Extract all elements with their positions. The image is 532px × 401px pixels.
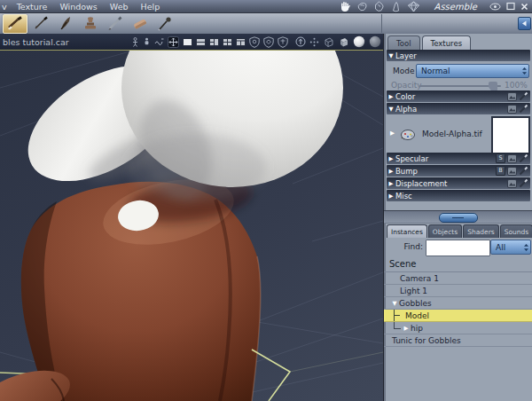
tree-item-label: Camera 1 [400, 274, 439, 283]
shaded-sphere-icon[interactable] [353, 35, 365, 48]
window-icon[interactable] [506, 2, 515, 11]
alpha-thumbnail[interactable] [491, 116, 530, 154]
viewport-mini-icon-1[interactable] [131, 37, 139, 47]
filter-dropdown[interactable]: All [490, 240, 531, 255]
layout-split-3-icon[interactable] [209, 38, 219, 46]
collapse-triangle-icon: ▶ [387, 193, 395, 200]
paint-layer-icon[interactable] [519, 91, 528, 101]
displacement-section-header[interactable]: ▶ Displacement [387, 177, 530, 189]
splitter-handle[interactable] [439, 213, 478, 223]
layer-section-label: Layer [395, 51, 417, 60]
hand-mode-icon-3[interactable] [373, 1, 385, 12]
layout-split-custom-icon[interactable] [236, 38, 246, 46]
viewport-tab-bar[interactable]: bles tutorial.car [0, 34, 383, 51]
points-icon[interactable] [309, 37, 319, 47]
collapse-triangle-icon: ▼ [387, 52, 395, 59]
panel-splitter[interactable] [384, 210, 532, 224]
tree-item-label: Tunic for Gobbles [392, 336, 461, 345]
image-map-icon[interactable] [507, 179, 517, 188]
maximize-viewport-icon[interactable] [168, 36, 179, 48]
collapse-panel-button[interactable] [518, 17, 531, 30]
blend-mode-value: Normal [417, 67, 520, 75]
tab-shaders[interactable]: Shaders [463, 224, 498, 238]
solid-cube-icon[interactable] [338, 36, 349, 47]
3d-viewport[interactable]: bles tutorial.car [0, 34, 383, 401]
tab-textures[interactable]: Textures [422, 35, 472, 50]
menu-bar: v Texture Windows Web Help Assemble [0, 0, 532, 13]
layout-single-icon[interactable] [183, 38, 192, 46]
flat-sphere-icon[interactable] [369, 35, 381, 48]
misc-section-header[interactable]: ▶ Misc [387, 190, 530, 201]
alpha-section-label: Alpha [395, 105, 417, 114]
tree-item-model[interactable]: Model [384, 310, 532, 322]
specular-section-header[interactable]: ▶ Specular S [387, 153, 530, 164]
viewport-tab-title[interactable]: bles tutorial.car [0, 37, 69, 47]
image-map-icon[interactable] [507, 154, 517, 163]
hand-mode-icon-2[interactable] [356, 1, 368, 12]
tab-objects[interactable]: Objects [428, 224, 462, 238]
eye-icon[interactable] [489, 3, 501, 11]
tree-item-hip[interactable]: ▶ hip [384, 322, 532, 334]
find-label: Find: [384, 242, 423, 251]
clone-stamp-tool-button[interactable] [79, 15, 102, 33]
menu-item-partial[interactable]: v [0, 2, 11, 12]
dropdown-arrows-icon [520, 67, 528, 75]
image-map-icon[interactable] [507, 167, 517, 176]
tree-item-tunic[interactable]: Tunic for Gobbles [384, 334, 532, 347]
tab-tool[interactable]: Tool [387, 35, 420, 50]
palette-icon [399, 124, 417, 142]
filter-value: All [491, 243, 522, 252]
image-map-icon[interactable] [507, 92, 517, 101]
paint-layer-icon[interactable] [519, 166, 528, 176]
viewport-mini-icon-3[interactable] [154, 37, 164, 46]
paint-layer-icon[interactable] [519, 104, 528, 114]
tree-connector [394, 322, 401, 329]
shield-icon-3[interactable] [278, 36, 288, 48]
layout-split-2-icon[interactable] [196, 38, 206, 46]
tree-item-label: Light 1 [400, 287, 427, 295]
3d-scene[interactable] [0, 51, 383, 401]
shield-icon-1[interactable] [249, 36, 260, 48]
paint-layer-icon[interactable] [519, 178, 528, 188]
layout-quad-icon[interactable] [223, 38, 232, 46]
paint-mode-hand-icon[interactable] [340, 1, 351, 12]
viewport-mini-icon-2[interactable] [143, 37, 151, 47]
tree-item-label: Gobbles [399, 299, 432, 308]
expand-triangle-icon[interactable]: ▶ [390, 130, 395, 137]
alpha-texture-name[interactable]: Model-Alpha.tif [422, 130, 482, 138]
layer-section-header[interactable]: ▼ Layer [387, 50, 530, 61]
upvector-icon[interactable] [295, 36, 306, 47]
hand-mode-icon-4[interactable] [390, 1, 402, 12]
pencil-tool-button[interactable] [104, 15, 127, 33]
airbrush-tool-button[interactable] [29, 15, 52, 33]
menu-item-windows[interactable]: Windows [53, 2, 103, 12]
find-input[interactable] [426, 240, 490, 256]
ink-pen-tool-button[interactable] [54, 15, 77, 33]
bump-section-header[interactable]: ▶ Bump B [387, 165, 530, 177]
shield-icon-2[interactable] [263, 36, 274, 48]
color-section-header[interactable]: ▶ Color [387, 90, 530, 102]
wireframe-cube-icon[interactable] [323, 36, 334, 47]
tree-item-camera[interactable]: Camera 1 [384, 272, 532, 285]
opacity-slider[interactable] [419, 80, 501, 90]
tab-instances[interactable]: Instances [387, 224, 427, 238]
eraser-tool-button[interactable] [129, 15, 152, 33]
close-icon[interactable] [520, 3, 528, 11]
menu-item-texture[interactable]: Texture [11, 2, 54, 12]
image-map-icon[interactable] [507, 105, 517, 114]
tab-sounds[interactable]: Sounds [500, 224, 532, 238]
dropdown-arrows-icon [522, 243, 530, 252]
expand-triangle-icon[interactable]: ▶ [402, 325, 411, 332]
application-window: v Texture Windows Web Help Assemble [0, 0, 532, 401]
tree-item-gobbles[interactable]: ▼ Gobbles [384, 297, 532, 310]
alpha-section-header[interactable]: ▼ Alpha [387, 103, 530, 114]
eyedropper-tool-button[interactable] [153, 15, 176, 33]
gem-mode-icon[interactable] [407, 1, 420, 12]
blend-mode-dropdown[interactable]: Normal [416, 64, 529, 78]
paintbrush-tool-button[interactable] [3, 14, 27, 34]
menu-item-web[interactable]: Web [104, 2, 135, 12]
expand-triangle-icon[interactable]: ▼ [390, 300, 399, 307]
paint-layer-icon[interactable] [519, 153, 528, 163]
menu-item-help[interactable]: Help [135, 2, 167, 12]
tree-item-light[interactable]: Light 1 [384, 285, 532, 297]
